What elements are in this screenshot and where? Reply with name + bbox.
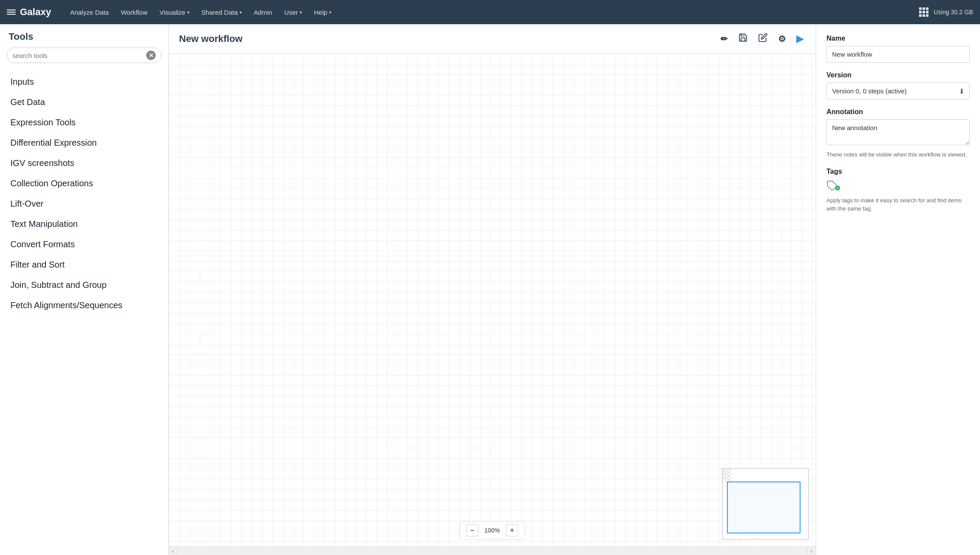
canvas-grid — [169, 54, 816, 546]
sidebar-item-collection-operations[interactable]: Collection Operations — [0, 173, 168, 194]
sidebar-item-fetch-alignments[interactable]: Fetch Alignments/Sequences — [0, 295, 168, 316]
add-tag-button[interactable] — [826, 179, 840, 193]
version-select[interactable]: Version 0, 0 steps (active) — [826, 83, 970, 99]
mini-map — [722, 468, 809, 539]
scroll-left-arrow[interactable]: ‹ — [169, 547, 177, 555]
tags-note: Apply tags to make it easy to search for… — [826, 196, 970, 213]
sidebar-item-text-manipulation[interactable]: Text Manipulation — [0, 214, 168, 234]
sidebar-list: Inputs Get Data Expression Tools Differe… — [0, 68, 168, 555]
tags-section: Tags Apply tags to make it easy to searc… — [826, 168, 970, 213]
zoom-out-button[interactable]: − — [466, 524, 478, 536]
navbar-brand[interactable]: Galaxy — [7, 6, 51, 18]
nav-user[interactable]: User ▾ — [279, 5, 307, 19]
right-panel: Name Version Version 0, 0 steps (active)… — [816, 24, 980, 555]
sidebar-item-differential-expression[interactable]: Differential Expression — [0, 133, 168, 153]
main-layout: Tools ✕ Inputs Get Data Expression Tools… — [0, 24, 980, 555]
annotation-label: Annotation — [826, 108, 970, 116]
hamburger-icon[interactable] — [7, 10, 16, 15]
help-caret-icon: ▾ — [329, 10, 331, 15]
annotation-input[interactable] — [826, 119, 970, 145]
brand-title: Galaxy — [20, 6, 51, 18]
navbar: Galaxy Analyze Data Workflow Visualize ▾… — [0, 0, 980, 24]
mini-map-viewport[interactable] — [727, 482, 801, 533]
version-label: Version — [826, 71, 970, 79]
save-icon[interactable] — [737, 31, 749, 46]
sidebar-item-filter-and-sort[interactable]: Filter and Sort — [0, 255, 168, 275]
sidebar-title: Tools — [0, 24, 168, 48]
name-input[interactable] — [826, 46, 970, 63]
sidebar-item-lift-over[interactable]: Lift-Over — [0, 194, 168, 214]
mini-map-hatch — [723, 469, 731, 482]
canvas-header: New workflow ✏ ⚙ ▶ — [169, 24, 816, 54]
run-icon[interactable]: ▶ — [794, 32, 805, 46]
search-container: ✕ — [0, 48, 168, 68]
sidebar-item-inputs[interactable]: Inputs — [0, 72, 168, 92]
user-caret-icon: ▾ — [300, 10, 302, 15]
search-clear-button[interactable]: ✕ — [146, 51, 156, 60]
sidebar-item-convert-formats[interactable]: Convert Formats — [0, 234, 168, 255]
version-select-wrapper: Version 0, 0 steps (active) ⬇ — [826, 83, 970, 99]
zoom-level-label: 100% — [484, 527, 501, 534]
canvas-title: New workflow — [179, 33, 243, 45]
nav-workflow[interactable]: Workflow — [115, 5, 152, 19]
navbar-nav: Analyze Data Workflow Visualize ▾ Shared… — [65, 5, 919, 19]
nav-admin[interactable]: Admin — [249, 5, 278, 19]
nav-shared-data[interactable]: Shared Data ▾ — [196, 5, 247, 19]
tags-label: Tags — [826, 168, 970, 175]
zoom-in-button[interactable]: + — [506, 524, 518, 536]
sidebar-item-join-subtract-group[interactable]: Join, Subtract and Group — [0, 275, 168, 295]
search-input[interactable] — [13, 52, 146, 59]
canvas-body[interactable]: − 100% + — [169, 54, 816, 546]
canvas-toolbar: ✏ ⚙ ▶ — [719, 31, 805, 46]
nav-visualize[interactable]: Visualize ▾ — [154, 5, 195, 19]
sidebar-item-get-data[interactable]: Get Data — [0, 92, 168, 112]
nav-help[interactable]: Help ▾ — [309, 5, 336, 19]
shared-data-caret-icon: ▾ — [240, 10, 242, 15]
sidebar: Tools ✕ Inputs Get Data Expression Tools… — [0, 24, 169, 555]
edit-icon[interactable]: ✏ — [719, 32, 730, 46]
visualize-caret-icon: ▾ — [187, 10, 189, 15]
canvas-bottom-bar: ‹ › — [169, 546, 816, 555]
sidebar-item-expression-tools[interactable]: Expression Tools — [0, 112, 168, 133]
grid-apps-icon[interactable] — [919, 7, 929, 17]
search-input-wrapper: ✕ — [7, 48, 161, 63]
annotation-note: These notes will be visible when this wo… — [826, 150, 970, 159]
navbar-right: Using 30.2 GB — [919, 7, 973, 17]
usage-label: Using 30.2 GB — [934, 9, 973, 16]
canvas-area: New workflow ✏ ⚙ ▶ — [169, 24, 816, 555]
canvas-zoom-bar: − 100% + — [460, 521, 525, 539]
name-label: Name — [826, 35, 970, 42]
sidebar-item-igv-screenshots[interactable]: IGV screenshots — [0, 153, 168, 173]
settings-icon[interactable]: ⚙ — [776, 32, 788, 46]
nav-analyze-data[interactable]: Analyze Data — [65, 5, 114, 19]
share-icon[interactable] — [756, 31, 769, 46]
scroll-right-arrow[interactable]: › — [807, 547, 816, 555]
